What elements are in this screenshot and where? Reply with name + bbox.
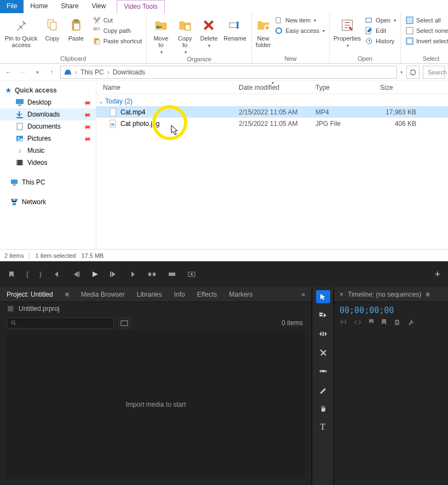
open-button[interactable]: Open▾ xyxy=(363,15,398,25)
new-item-button[interactable]: New item▾ xyxy=(272,15,327,25)
address-dropdown-button[interactable]: ▾ xyxy=(400,70,403,75)
paste-shortcut-button[interactable]: Paste shortcut xyxy=(90,36,144,46)
copy-to-button[interactable]: Copy to▾ xyxy=(173,14,197,56)
step-back-icon[interactable] xyxy=(72,270,80,278)
export-frame-icon[interactable] xyxy=(187,270,196,278)
move-to-button[interactable]: Move to▾ xyxy=(149,14,173,56)
bracket-in-icon[interactable]: { xyxy=(26,270,28,278)
column-header-size[interactable]: Size xyxy=(380,84,418,91)
nav-recent-button[interactable]: ▾ xyxy=(32,70,43,75)
tab-file[interactable]: File xyxy=(0,0,24,13)
panel-overflow-button[interactable]: » xyxy=(301,291,305,298)
new-bin-button[interactable] xyxy=(118,317,130,328)
timeline-marker-icon[interactable] xyxy=(381,319,387,326)
paste-shortcut-label: Paste shortcut xyxy=(104,38,142,44)
rename-button[interactable]: Rename xyxy=(221,14,249,42)
tool-ripple-edit[interactable] xyxy=(316,327,330,340)
sidebar-item-network[interactable]: Network xyxy=(0,196,96,208)
breadcrumb-root[interactable]: This PC xyxy=(79,68,105,76)
tool-razor[interactable] xyxy=(316,346,330,359)
copy-button[interactable]: Copy xyxy=(40,14,64,42)
select-none-button[interactable]: Select none xyxy=(403,26,448,36)
svg-rect-9 xyxy=(185,25,190,31)
sidebar-quick-access[interactable]: ★ Quick access xyxy=(0,84,96,96)
new-folder-button[interactable]: New folder xyxy=(254,14,272,48)
add-panel-button[interactable]: + xyxy=(434,269,440,280)
marker-in-icon[interactable] xyxy=(8,270,15,278)
linked-selection-icon[interactable] xyxy=(354,319,361,326)
refresh-button[interactable] xyxy=(406,66,420,79)
copy-path-button[interactable]: abc Copy path xyxy=(90,26,144,36)
tool-track-select[interactable] xyxy=(316,309,330,322)
step-forward-icon[interactable] xyxy=(110,270,117,278)
breadcrumb-leaf[interactable]: Downloads xyxy=(112,68,146,76)
tool-pen[interactable] xyxy=(316,383,330,396)
properties-button[interactable]: Properties▾ xyxy=(332,14,363,49)
panel-tab-project[interactable]: Project: Untitled xyxy=(7,291,53,298)
star-icon: ★ xyxy=(5,86,12,94)
tab-video-tools[interactable]: Video Tools xyxy=(117,0,165,13)
file-name: Cat.mp4 xyxy=(120,108,145,116)
dropdown-caret-icon: ▾ xyxy=(347,43,349,49)
invert-selection-button[interactable]: Invert selection xyxy=(403,36,448,46)
project-search-input[interactable] xyxy=(7,317,114,328)
sidebar-item-pictures[interactable]: Pictures 📌 xyxy=(0,132,96,145)
close-icon[interactable]: × xyxy=(340,291,343,298)
nav-up-button[interactable]: ↑ xyxy=(46,68,57,76)
select-all-label: Select all xyxy=(416,17,441,24)
history-button[interactable]: History xyxy=(363,36,398,46)
sidebar-item-music[interactable]: ♪ Music xyxy=(0,145,96,157)
nav-forward-button[interactable]: → xyxy=(18,68,28,76)
svg-rect-28 xyxy=(17,123,22,130)
edit-button[interactable]: Edit xyxy=(363,26,398,36)
go-to-out-icon[interactable] xyxy=(128,270,137,278)
panel-tab-libraries[interactable]: Libraries xyxy=(137,291,162,298)
sidebar-item-downloads[interactable]: Downloads 📌 xyxy=(0,108,96,120)
tool-hand[interactable] xyxy=(316,402,330,415)
paste-button[interactable]: Paste xyxy=(64,14,88,42)
timecode-display[interactable]: 00;00;00;00 xyxy=(334,302,448,317)
pin-to-quick-access-button[interactable]: Pin to Quick access xyxy=(2,14,40,48)
sidebar-item-this-pc[interactable]: This PC xyxy=(0,176,96,188)
address-bar[interactable]: › This PC › Downloads xyxy=(60,66,397,79)
snap-icon[interactable] xyxy=(340,319,347,326)
panel-menu-button[interactable]: ≡ xyxy=(65,291,69,298)
search-input[interactable]: Search xyxy=(423,66,445,79)
add-marker-icon[interactable] xyxy=(368,319,375,326)
wrench-icon[interactable] xyxy=(407,319,415,326)
sidebar-label: This PC xyxy=(22,178,45,186)
insert-icon[interactable] xyxy=(148,270,157,278)
panel-tab-media-browser[interactable]: Media Browser xyxy=(81,291,125,298)
column-header-name[interactable]: Name xyxy=(96,84,239,91)
settings-icon[interactable] xyxy=(393,319,401,326)
nav-back-button[interactable]: ← xyxy=(3,68,14,76)
column-header-type[interactable]: Type xyxy=(315,84,380,91)
group-header-today[interactable]: ⌄ Today (2) xyxy=(96,94,448,106)
sidebar-item-documents[interactable]: Documents 📌 xyxy=(0,120,96,132)
delete-button[interactable]: Delete▾ xyxy=(197,14,221,49)
panel-tab-markers[interactable]: Markers xyxy=(229,291,252,298)
column-header-date[interactable]: Date modified▾ xyxy=(239,84,315,91)
media-dropzone[interactable]: Import media to start xyxy=(7,331,305,478)
file-row[interactable]: Cat.mp4 2/15/2022 11:05 AM MP4 17,963 KB xyxy=(96,106,448,118)
panel-tab-effects[interactable]: Effects xyxy=(197,291,217,298)
tab-share[interactable]: Share xyxy=(54,0,85,13)
tab-home[interactable]: Home xyxy=(24,0,54,13)
play-icon[interactable] xyxy=(91,270,99,278)
sidebar-item-desktop[interactable]: Desktop 📌 xyxy=(0,96,96,108)
go-to-in-icon[interactable] xyxy=(53,270,61,278)
panel-tab-info[interactable]: Info xyxy=(174,291,185,298)
panel-menu-button[interactable]: ≡ xyxy=(426,291,429,298)
new-item-icon xyxy=(274,16,283,25)
overwrite-icon[interactable] xyxy=(168,270,176,278)
tool-slip[interactable] xyxy=(316,365,330,378)
easy-access-button[interactable]: Easy access▾ xyxy=(272,26,327,36)
select-all-button[interactable]: Select all xyxy=(403,15,448,25)
cut-button[interactable]: ✂️ Cut xyxy=(90,15,144,25)
tool-selection[interactable] xyxy=(316,290,330,303)
bracket-out-icon[interactable]: } xyxy=(39,270,42,278)
tool-type[interactable]: T xyxy=(316,420,330,434)
tab-view[interactable]: View xyxy=(85,0,112,13)
file-row[interactable]: Cat photo.jpg 2/15/2022 11:05 AM JPG Fil… xyxy=(96,118,448,129)
sidebar-item-videos[interactable]: Videos xyxy=(0,157,96,169)
